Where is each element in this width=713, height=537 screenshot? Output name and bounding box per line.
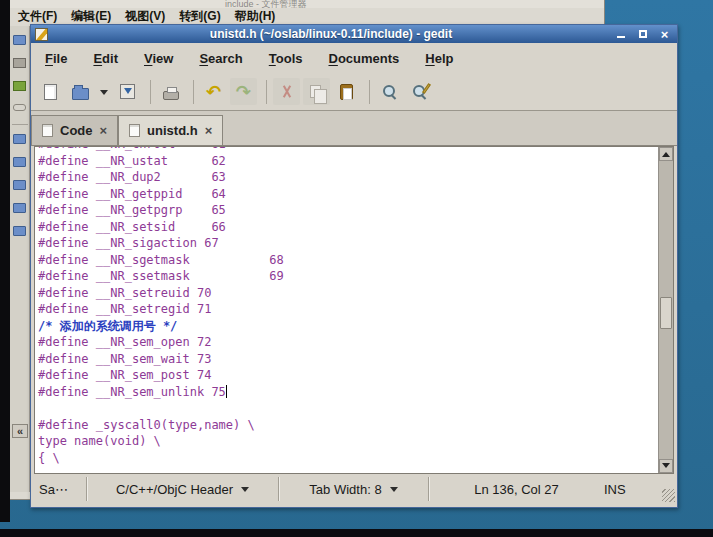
- code-line: #define __NR_setsid 66: [38, 219, 658, 236]
- menu-tools[interactable]: Tools: [269, 51, 303, 66]
- minimize-button[interactable]: [614, 28, 627, 41]
- document-icon: [129, 124, 140, 137]
- titlebar[interactable]: unistd.h (~/oslab/linux-0.11/include) - …: [31, 25, 677, 43]
- code-line: #define __NR_getpgrp 65: [38, 202, 658, 219]
- menu-help[interactable]: Help: [425, 51, 453, 66]
- text-editor[interactable]: #define __NR_chroot 61 #define __NR_usta…: [35, 146, 658, 473]
- save-icon: [120, 84, 135, 99]
- folder-icon[interactable]: [13, 203, 26, 213]
- redo-button: ↷: [230, 78, 257, 105]
- trash-icon[interactable]: [13, 81, 26, 91]
- folder-icon[interactable]: [13, 180, 26, 190]
- menu-file[interactable]: File: [45, 51, 67, 66]
- file-manager-sidebar: «: [10, 26, 30, 492]
- paste-button[interactable]: [333, 78, 360, 105]
- status-bar: Sa⋯ C/C++/ObjC Header Tab Width: 8 Ln 13…: [31, 474, 677, 504]
- code-line: #define __NR_ustat 62: [38, 153, 658, 170]
- menu-file-cn[interactable]: 文件(F): [18, 8, 57, 25]
- vertical-scrollbar[interactable]: [658, 147, 673, 473]
- code-line: { \: [38, 450, 658, 467]
- menu-view-cn[interactable]: 视图(V): [125, 8, 165, 25]
- gedit-app-icon: [35, 28, 48, 41]
- menu-documents[interactable]: Documents: [328, 51, 399, 66]
- code-line-comment: /* 添加的系统调用号 */: [38, 318, 658, 335]
- tab-unistd-h[interactable]: unistd.h ×: [118, 115, 223, 145]
- window-controls: ×: [614, 28, 673, 41]
- language-dropdown[interactable]: C/C++/ObjC Header: [87, 477, 279, 501]
- scroll-up-arrow[interactable]: [659, 147, 673, 161]
- text-cursor: [226, 385, 227, 398]
- code-line: type name(void) \: [38, 433, 658, 450]
- dropdown-arrow-icon: [100, 90, 108, 99]
- file-manager-menubar: 文件(F) 编辑(E) 视图(V) 转到(G) 帮助(H): [10, 8, 604, 24]
- redo-icon: ↷: [236, 83, 251, 101]
- maximize-button[interactable]: [636, 28, 649, 41]
- save-button[interactable]: [114, 78, 141, 105]
- code-line: #define _syscall0(type,name) \: [38, 417, 658, 434]
- code-line: #define __NR_dup2 63: [38, 169, 658, 186]
- new-document-icon: [44, 84, 57, 100]
- toolbar-separator: [150, 80, 151, 104]
- menu-go-cn[interactable]: 转到(G): [179, 8, 220, 25]
- dropdown-arrow-icon: [241, 487, 249, 496]
- dropdown-arrow-icon: [390, 487, 398, 496]
- toolbar: ↶ ↷: [31, 73, 677, 111]
- code-line: [38, 400, 658, 417]
- code-line: #define __NR_sem_unlink 75: [38, 384, 658, 401]
- folder-icon[interactable]: [13, 157, 26, 167]
- cut-button: [273, 78, 300, 105]
- tab-close-icon[interactable]: ×: [100, 124, 108, 137]
- tab-bar: Code × unistd.h ×: [31, 111, 677, 146]
- scroll-down-arrow[interactable]: [659, 459, 673, 473]
- find-button[interactable]: [376, 78, 403, 105]
- quote-icon[interactable]: «: [12, 424, 28, 438]
- code-line: #define __NR_ssetmask 69: [38, 268, 658, 285]
- undo-icon: ↶: [206, 83, 221, 101]
- menu-edit-cn[interactable]: 编辑(E): [71, 8, 111, 25]
- new-document-button[interactable]: [37, 78, 64, 105]
- cursor-position: Ln 136, Col 27: [429, 477, 604, 501]
- folder-icon[interactable]: [13, 134, 26, 144]
- tab-width-dropdown[interactable]: Tab Width: 8: [279, 477, 429, 501]
- status-message: Sa⋯: [33, 477, 87, 501]
- open-button[interactable]: [67, 78, 94, 105]
- print-button[interactable]: [157, 78, 184, 105]
- close-button[interactable]: ×: [658, 28, 671, 41]
- open-folder-icon: [72, 88, 89, 100]
- toolbar-separator: [193, 80, 194, 104]
- menu-search[interactable]: Search: [199, 51, 242, 66]
- toolbar-separator: [266, 80, 267, 104]
- paste-icon: [340, 84, 353, 100]
- screen-edge-left: [0, 0, 10, 522]
- copy-icon: [310, 85, 321, 98]
- folder-icon[interactable]: [13, 35, 26, 45]
- resize-grip[interactable]: [662, 489, 675, 502]
- tab-label: unistd.h: [147, 123, 198, 138]
- toolbar-separator: [369, 80, 370, 104]
- folder-icon[interactable]: [13, 226, 26, 236]
- menu-view[interactable]: View: [144, 51, 173, 66]
- menu-help-cn[interactable]: 帮助(H): [235, 8, 276, 25]
- find-icon: [381, 83, 398, 100]
- open-dropdown-button[interactable]: [97, 78, 111, 105]
- code-line: #define __NR_setreuid 70: [38, 285, 658, 302]
- print-icon: [163, 91, 179, 100]
- code-line: #define __NR_sem_post 74: [38, 367, 658, 384]
- tab-code[interactable]: Code ×: [31, 115, 118, 145]
- device-icon[interactable]: [13, 58, 26, 68]
- tab-close-icon[interactable]: ×: [205, 124, 213, 137]
- code-line: #define __NR_sem_open 72: [38, 334, 658, 351]
- code-line: #define __NR_getppid 64: [38, 186, 658, 203]
- screen-edge-bottom: [0, 529, 713, 537]
- disk-icon[interactable]: [13, 104, 26, 111]
- gedit-window: unistd.h (~/oslab/linux-0.11/include) - …: [30, 24, 678, 508]
- copy-button: [303, 78, 330, 105]
- insert-mode-indicator: INS: [604, 477, 662, 501]
- undo-button[interactable]: ↶: [200, 78, 227, 105]
- menubar: File Edit View Search Tools Documents He…: [31, 43, 677, 73]
- find-replace-icon: [411, 83, 428, 100]
- find-replace-button[interactable]: [406, 78, 433, 105]
- window-title: unistd.h (~/oslab/linux-0.11/include) - …: [48, 27, 614, 41]
- scrollbar-thumb[interactable]: [660, 297, 672, 329]
- menu-edit[interactable]: Edit: [93, 51, 118, 66]
